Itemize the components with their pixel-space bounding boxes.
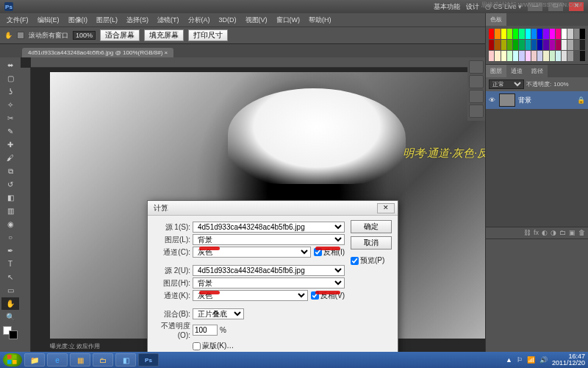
- clock-date[interactable]: 2011/12/20: [552, 360, 585, 367]
- marquee-tool-icon[interactable]: ▢: [1, 72, 19, 85]
- mask-icon[interactable]: ◐: [542, 229, 548, 237]
- eraser-tool-icon[interactable]: ◧: [1, 191, 19, 204]
- document-tab[interactable]: 4d51d933ca443248ac4b5fb6.jpg @ 100%(RGB/…: [22, 48, 173, 57]
- menu-edit[interactable]: 编辑(E): [34, 14, 63, 26]
- fill-screen-button[interactable]: 填充屏幕: [144, 29, 184, 41]
- workspace-basic[interactable]: 基本功能: [434, 2, 460, 12]
- blur-tool-icon[interactable]: ◉: [1, 218, 19, 230]
- workspace-design[interactable]: 设计: [466, 2, 479, 12]
- menu-select[interactable]: 选择(S): [123, 14, 152, 26]
- heal-tool-icon[interactable]: ✚: [1, 138, 19, 151]
- taskbar-app-icon[interactable]: ◧: [115, 353, 136, 367]
- adjustment-icon[interactable]: ◑: [551, 229, 556, 237]
- cancel-button[interactable]: 取消: [351, 236, 392, 250]
- canvas-status-text: 曝光度:立 效应作用: [50, 342, 100, 350]
- collapsed-panel-icon[interactable]: [469, 90, 484, 103]
- src1-select[interactable]: 4d51d933ca443248ac4b5fb6.jpg: [193, 222, 345, 233]
- ok-button[interactable]: 确定: [351, 220, 392, 233]
- collapsed-panel-icon[interactable]: [469, 105, 484, 118]
- fx-icon[interactable]: fx: [534, 229, 539, 237]
- new-layer-icon[interactable]: ▣: [569, 229, 576, 237]
- svg-rect-1: [12, 355, 17, 359]
- print-size-button[interactable]: 打印尺寸: [188, 29, 228, 41]
- taskbar-ie-icon[interactable]: e: [47, 353, 68, 367]
- src2-label: 源 2(U):: [154, 266, 190, 276]
- zoom-level[interactable]: 100%: [73, 31, 96, 40]
- dialog-titlebar[interactable]: 计算 ✕: [148, 201, 398, 216]
- menu-image[interactable]: 图像(I): [65, 14, 92, 26]
- menu-analysis[interactable]: 分析(A): [184, 14, 214, 26]
- collapsed-panel-icon[interactable]: [469, 75, 484, 88]
- hand-tool-icon[interactable]: ✋: [4, 32, 12, 39]
- scroll-all-checkbox[interactable]: [17, 32, 24, 39]
- tab-swatches[interactable]: 色板: [486, 13, 506, 26]
- menu-view[interactable]: 视图(V): [242, 14, 271, 26]
- layer-row[interactable]: 👁 背景 🔒: [486, 91, 588, 109]
- tray-volume-icon[interactable]: 🔊: [539, 356, 548, 364]
- color-swatch[interactable]: [3, 326, 18, 339]
- blend-select[interactable]: 正片叠底: [193, 308, 244, 319]
- trash-icon[interactable]: 🗑: [578, 229, 585, 237]
- tab-channels[interactable]: 通道: [506, 65, 527, 77]
- opacity-label: 不透明度:: [526, 80, 551, 88]
- blend-mode-select[interactable]: 正常: [489, 79, 524, 89]
- dialog-close-icon[interactable]: ✕: [377, 203, 395, 213]
- zoom-tool-icon[interactable]: 🔍: [1, 311, 19, 323]
- taskbar-explorer-icon[interactable]: 📁: [24, 353, 45, 367]
- page-watermark: 思缘设计论坛 WWW.MISSYUAN.COM: [481, 1, 582, 9]
- tab-layers[interactable]: 图层: [486, 65, 506, 77]
- swatches-grid[interactable]: [486, 26, 588, 64]
- type-tool-icon[interactable]: T: [1, 258, 19, 270]
- tab-close-icon[interactable]: ×: [165, 49, 168, 56]
- taskbar-ps-icon[interactable]: Ps: [138, 353, 159, 367]
- menu-layer[interactable]: 图层(L): [93, 14, 121, 26]
- menu-window[interactable]: 窗口(W): [273, 14, 304, 26]
- gradient-tool-icon[interactable]: ▥: [1, 205, 19, 217]
- opacity-input[interactable]: [193, 325, 218, 336]
- move-tool-icon[interactable]: ⬌: [1, 59, 19, 71]
- tab-paths[interactable]: 路径: [527, 65, 548, 77]
- ruler-vertical: [21, 68, 31, 352]
- link-icon[interactable]: ⛓: [524, 229, 531, 237]
- visibility-icon[interactable]: 👁: [489, 96, 496, 104]
- layer1-label: 图层(L):: [154, 235, 190, 245]
- pct-label: %: [220, 326, 226, 334]
- src2-select[interactable]: 4d51d933ca443248ac4b5fb6.jpg: [193, 265, 345, 276]
- tray-icon[interactable]: ⚐: [517, 356, 523, 364]
- layer1-select[interactable]: 背景: [193, 234, 345, 245]
- stamp-tool-icon[interactable]: ⧉: [1, 165, 19, 177]
- menu-help[interactable]: 帮助(H): [305, 14, 335, 26]
- layers-empty-area[interactable]: [486, 109, 588, 227]
- fit-screen-button[interactable]: 适合屏幕: [100, 29, 140, 41]
- layer2-select[interactable]: 背景: [193, 277, 345, 289]
- taskbar-folder-icon[interactable]: 🗀: [93, 353, 113, 367]
- crop-tool-icon[interactable]: ✂: [1, 112, 19, 124]
- brush-tool-icon[interactable]: 🖌: [1, 152, 19, 164]
- mask-checkbox[interactable]: [193, 342, 201, 350]
- start-button[interactable]: [3, 353, 22, 367]
- tray-icon[interactable]: ▲: [506, 356, 512, 364]
- wand-tool-icon[interactable]: ✧: [1, 99, 19, 111]
- tray-network-icon[interactable]: 📶: [527, 356, 535, 364]
- pen-tool-icon[interactable]: ✒: [1, 244, 19, 257]
- canvas-image-highlight: [228, 88, 406, 184]
- hand-tool-icon[interactable]: ✋: [1, 297, 19, 310]
- menu-filter[interactable]: 滤镜(T): [154, 14, 183, 26]
- history-brush-icon[interactable]: ↺: [1, 178, 19, 191]
- eyedropper-tool-icon[interactable]: ✎: [1, 125, 19, 138]
- taskbar-app-icon[interactable]: ▦: [70, 353, 90, 367]
- dialog-title: 计算: [154, 203, 168, 213]
- menu-file[interactable]: 文件(F): [3, 14, 32, 26]
- red-annotation: [199, 247, 220, 250]
- folder-icon[interactable]: 🗀: [559, 229, 566, 237]
- dodge-tool-icon[interactable]: ○: [1, 231, 19, 244]
- opacity-value[interactable]: 100%: [553, 81, 568, 88]
- layers-panel: 图层 通道 路径 正常 不透明度: 100% 👁 背景 🔒 ⛓ fx ◐ ◑: [486, 65, 588, 239]
- lasso-tool-icon[interactable]: ʖ: [1, 85, 19, 98]
- layer-name[interactable]: 背景: [518, 96, 531, 105]
- menu-3d[interactable]: 3D(D): [215, 15, 240, 25]
- preview-checkbox[interactable]: [351, 257, 359, 265]
- path-tool-icon[interactable]: ↖: [1, 271, 19, 283]
- shape-tool-icon[interactable]: ▭: [1, 284, 19, 297]
- collapsed-panel-icon[interactable]: [469, 60, 484, 74]
